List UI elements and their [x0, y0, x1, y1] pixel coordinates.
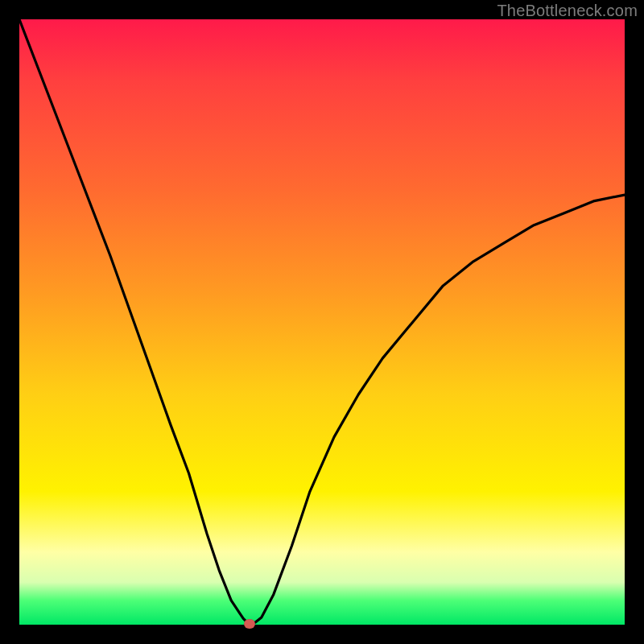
chart-frame: TheBottleneck.com — [0, 0, 644, 644]
chart-gradient-area — [19, 19, 625, 625]
watermark-text: TheBottleneck.com — [497, 2, 638, 20]
bottleneck-curve — [19, 19, 625, 625]
optimal-point-marker — [244, 619, 255, 629]
